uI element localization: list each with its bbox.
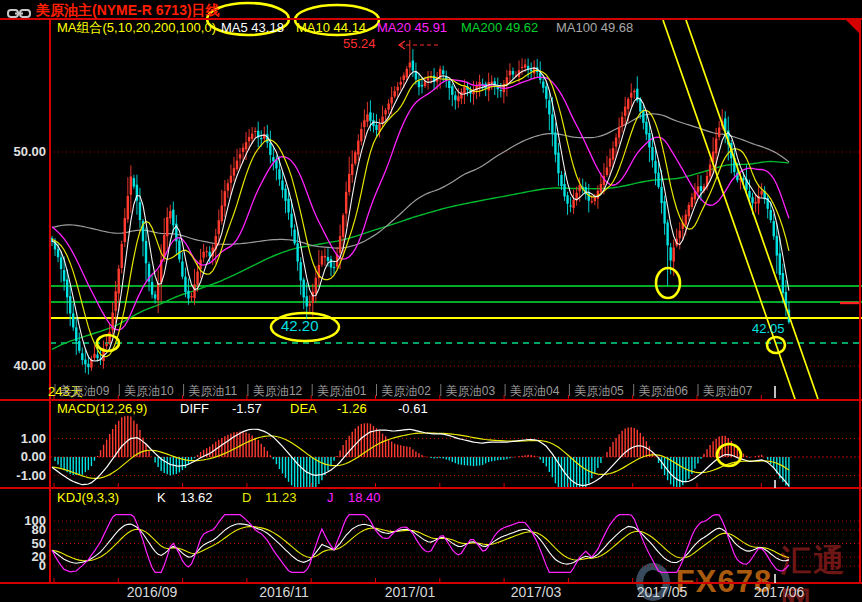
- macd-axis-label: 0.00: [0, 449, 46, 464]
- price-chart-canvas[interactable]: [0, 0, 862, 602]
- kdj-j-label: J: [327, 491, 334, 505]
- kdj-indicator-label[interactable]: KDJ(9,3,3): [57, 491, 119, 505]
- kdj-d-value: 11.23: [265, 491, 297, 505]
- contract-label: 美原油09: [60, 383, 109, 400]
- chain-link-icon[interactable]: [7, 6, 31, 24]
- time-axis-label: 2017/01: [385, 584, 436, 600]
- contract-label: 美原油10: [124, 383, 173, 400]
- time-axis-label: 2017/06: [754, 584, 805, 600]
- contract-label: 美原油12: [253, 383, 302, 400]
- contract-label: 美原油05: [574, 383, 623, 400]
- macd-diff-value: -1.57: [232, 402, 262, 416]
- macd-indicator-label[interactable]: MACD(12,26,9): [57, 402, 147, 416]
- window-title: 美原油主(NYME-R 6713)日线: [36, 3, 220, 17]
- macd-diff-label: DIFF: [180, 402, 209, 416]
- contract-label: 美原油01: [317, 383, 366, 400]
- macd-axis-label: -1.00: [0, 468, 46, 483]
- ma-group-label[interactable]: MA组合(5,10,20,200,100,0): [57, 21, 216, 35]
- kdj-j-value: 18.40: [348, 491, 381, 505]
- chart-window: FX678 汇通网 美原油主(NYME-R 6713)日线 MA组合(5,10,…: [0, 0, 862, 602]
- contract-label: 美原油07: [703, 383, 752, 400]
- kdj-k-label: K: [157, 491, 166, 505]
- price-axis-label: 40.00: [0, 358, 46, 373]
- time-axis-label: 2016/09: [127, 584, 178, 600]
- time-axis-label: 2017/05: [637, 584, 688, 600]
- contract-label: 美原油11: [189, 383, 237, 400]
- contract-label: 美原油02: [382, 383, 431, 400]
- high-price-annotation: 55.24: [343, 37, 376, 51]
- ma100-value-label: MA100 49.68: [556, 21, 633, 35]
- macd-dea-label: DEA: [290, 402, 317, 416]
- kdj-d-label: D: [242, 491, 251, 505]
- ma20-value-label: MA20 45.91: [377, 21, 447, 35]
- macd-axis-label: 1.00: [0, 431, 46, 446]
- kdj-k-value: 13.62: [180, 491, 213, 505]
- ma10-value-label: MA10 44.14: [296, 21, 366, 35]
- time-axis-label: 2017/03: [511, 584, 562, 600]
- contract-label: 美原油06: [639, 383, 688, 400]
- price-axis-label: 50.00: [0, 144, 46, 159]
- macd-bar-value: -0.61: [398, 402, 428, 416]
- contract-label: 美原油04: [510, 383, 559, 400]
- support-4220-annotation: 42.20: [281, 319, 319, 333]
- ma5-value-label: MA5 43.18: [221, 21, 284, 35]
- macd-dea-value: -1.26: [337, 402, 367, 416]
- support-4205-annotation: 42.05: [752, 322, 785, 336]
- kdj-axis-label: 0: [0, 558, 46, 573]
- time-axis-label: 2016/11: [259, 584, 309, 600]
- ma200-value-label: MA200 49.62: [461, 21, 538, 35]
- contract-label: 美原油03: [446, 383, 495, 400]
